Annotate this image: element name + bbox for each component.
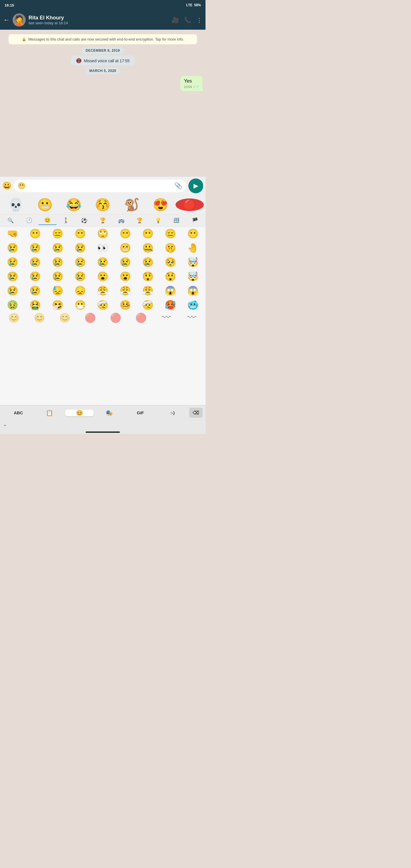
emoji-6-0[interactable]: 😊 — [1, 312, 27, 323]
emoji-3-8[interactable]: 🤯 — [182, 270, 204, 283]
emoji-1-3[interactable]: 😢 — [69, 241, 91, 254]
emoji-3-4[interactable]: 😮 — [91, 270, 114, 283]
emoji-3-7[interactable]: 😲 — [159, 270, 182, 283]
emoji-3-6[interactable]: 😲 — [137, 270, 159, 283]
emoji-4-1[interactable]: 😢 — [24, 284, 46, 297]
emoji-0-0[interactable]: 🤜 — [1, 227, 24, 240]
emoji-0-3[interactable]: 😶 — [69, 227, 91, 240]
featured-emoji-2[interactable]: 😂 — [60, 197, 88, 212]
encryption-notice[interactable]: 🔒 Messages to this chat and calls are no… — [8, 34, 197, 44]
emoji-6-1[interactable]: 😊 — [27, 312, 52, 323]
clipboard-button[interactable]: 📋 — [35, 409, 64, 416]
emoji-3-1[interactable]: 😢 — [24, 270, 46, 283]
more-options-icon[interactable]: ⋮ — [196, 17, 202, 23]
category-special[interactable]: 🔣 — [167, 216, 186, 224]
emoji-0-5[interactable]: 😶 — [114, 227, 137, 240]
emoji-4-6[interactable]: 😤 — [137, 284, 159, 297]
emoji-6-7[interactable]: 〰 — [179, 312, 204, 323]
emoji-5-3[interactable]: 😷 — [69, 299, 91, 311]
category-objects[interactable]: 🚌 — [112, 216, 130, 225]
emoji-6-5[interactable]: 🔴 — [128, 312, 154, 323]
emoji-2-8[interactable]: 🤯 — [182, 255, 204, 269]
send-button[interactable]: ▶ — [188, 179, 203, 193]
emoji-1-0[interactable]: 😢 — [1, 241, 24, 254]
emoji-2-6[interactable]: 😢 — [137, 255, 159, 269]
emoji-5-6[interactable]: 🤕 — [137, 299, 159, 311]
featured-emoji-0[interactable]: 💀 — [2, 197, 30, 212]
emoji-5-1[interactable]: 🤮 — [24, 299, 46, 311]
featured-emoji-1[interactable]: 😬 — [31, 197, 59, 212]
emoji-3-2[interactable]: 😢 — [46, 270, 69, 283]
emoji-1-5[interactable]: 😬 — [114, 241, 137, 254]
emoji-3-3[interactable]: 😢 — [69, 270, 91, 283]
emoji-0-1[interactable]: 😶 — [24, 227, 46, 240]
header-info[interactable]: Rita El Khoury last seen today at 16:14 — [29, 15, 169, 25]
emoji-6-6[interactable]: 〰 — [154, 312, 179, 323]
emoji-2-0[interactable]: 😢 — [1, 255, 24, 269]
emoji-2-2[interactable]: 😢 — [46, 255, 69, 269]
category-people[interactable]: 🚶 — [57, 216, 75, 225]
collapse-keyboard-button[interactable]: ⌄ — [0, 420, 205, 429]
emoji-2-7[interactable]: 🥺 — [159, 255, 182, 269]
attachment-icon[interactable]: 📎 — [175, 182, 182, 190]
back-button[interactable]: ← — [3, 16, 10, 24]
emoji-1-7[interactable]: 🤫 — [159, 241, 182, 254]
text-emoji-button[interactable]: :-) — [157, 408, 188, 417]
emoji-1-6[interactable]: 🤐 — [137, 241, 159, 254]
emoji-6-4[interactable]: 🔴 — [103, 312, 128, 323]
emoji-2-3[interactable]: 😢 — [69, 255, 91, 269]
emoji-0-6[interactable]: 😶 — [137, 227, 159, 240]
emoji-4-4[interactable]: 😤 — [91, 284, 114, 297]
featured-emoji-6[interactable]: 🔴 — [176, 198, 204, 211]
featured-emoji-5[interactable]: 😍 — [147, 197, 175, 212]
category-more[interactable]: 💡 — [149, 216, 167, 225]
emoji-3-0[interactable]: 😢 — [1, 270, 24, 283]
delete-button[interactable]: ⌫ — [189, 408, 203, 418]
emoji-5-2[interactable]: 🤧 — [46, 299, 69, 311]
emoji-4-5[interactable]: 😤 — [114, 284, 137, 297]
emoji-1-4[interactable]: 👀 — [91, 241, 114, 254]
emoji-2-5[interactable]: 😢 — [114, 255, 137, 269]
emoji-0-8[interactable]: 😶 — [182, 227, 204, 240]
emoji-3-5[interactable]: 😮 — [114, 270, 137, 283]
abc-button[interactable]: ABC — [3, 408, 34, 417]
sticker-button[interactable]: 🎭 — [95, 409, 124, 416]
category-flags[interactable]: 🏴 — [186, 216, 204, 225]
emoji-1-1[interactable]: 😢 — [24, 241, 46, 254]
emoji-keyboard-button[interactable]: 😊 — [65, 409, 94, 416]
emoji-1-8[interactable]: 🤚 — [182, 241, 204, 254]
category-travel[interactable]: 🏆 — [94, 216, 112, 225]
gif-button[interactable]: GIF — [125, 408, 156, 417]
emoji-5-8[interactable]: 🥶 — [182, 299, 204, 311]
category-smileys[interactable]: 😊 — [38, 216, 57, 225]
avatar[interactable]: 🤦 — [12, 13, 26, 27]
emoji-5-5[interactable]: 🤒 — [114, 299, 137, 311]
emoji-4-8[interactable]: 😱 — [182, 284, 204, 297]
emoji-5-7[interactable]: 🥵 — [159, 299, 182, 311]
emoji-2-4[interactable]: 😢 — [91, 255, 114, 269]
emoji-6-3[interactable]: 🔴 — [77, 312, 103, 323]
emoji-4-2[interactable]: 😓 — [46, 284, 69, 297]
message-input[interactable]: 😬 📎 — [14, 180, 186, 192]
emoji-2-1[interactable]: 😢 — [24, 255, 46, 269]
emoji-4-7[interactable]: 😱 — [159, 284, 182, 297]
emoji-4-3[interactable]: 😞 — [69, 284, 91, 297]
video-call-icon[interactable]: 🎥 — [172, 17, 179, 23]
emoji-5-4[interactable]: 🤕 — [91, 299, 114, 311]
featured-emoji-4[interactable]: 🐒 — [118, 197, 146, 212]
emoji-0-4[interactable]: 🙄 — [91, 227, 114, 240]
encryption-text: Messages to this chat and calls are now … — [28, 37, 184, 41]
emoji-0-2[interactable]: 😑 — [46, 227, 69, 240]
emoji-5-0[interactable]: 🤢 — [1, 299, 24, 311]
emoji-picker-button[interactable]: 😀 — [2, 181, 11, 190]
voice-call-icon[interactable]: 📞 — [184, 17, 191, 23]
category-recents[interactable]: 🕐 — [20, 216, 38, 225]
emoji-1-2[interactable]: 😢 — [46, 241, 69, 254]
category-symbols[interactable]: 🏆 — [131, 216, 149, 225]
emoji-6-2[interactable]: 😊 — [52, 312, 77, 323]
featured-emoji-3[interactable]: 😚 — [89, 197, 117, 212]
emoji-0-7[interactable]: 😑 — [159, 227, 182, 240]
category-activities[interactable]: ⚽ — [75, 216, 93, 225]
emoji-4-0[interactable]: 😢 — [1, 284, 24, 297]
category-search[interactable]: 🔍 — [2, 216, 20, 225]
